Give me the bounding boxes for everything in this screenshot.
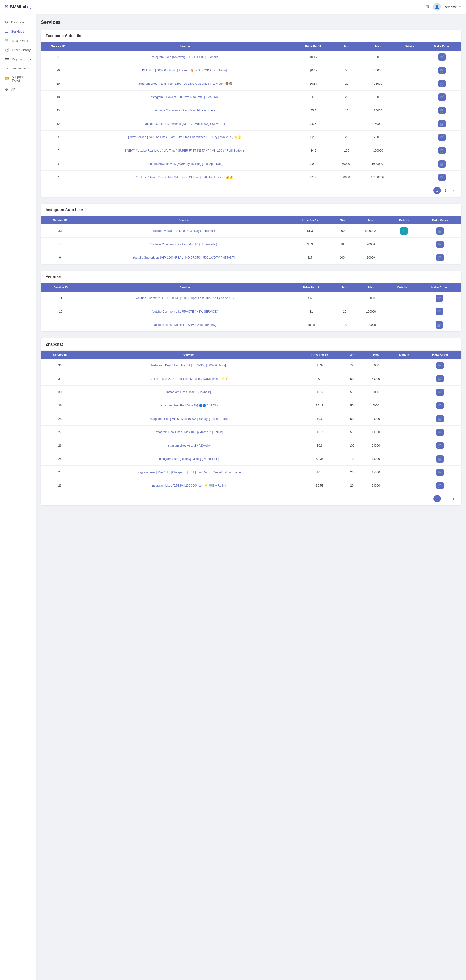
cell-min: 50 <box>333 64 360 77</box>
cell-service-name: Youtube Subscribers [VIP, 100% REAL] [NO… <box>80 251 288 264</box>
cell-min: 20 <box>342 479 363 492</box>
logo-s: S <box>5 4 8 10</box>
th-details-instagram: Details <box>389 216 419 224</box>
order-button[interactable]: 🛒 <box>436 402 444 409</box>
table-row: 10Youtube Comment Like UPVOTE [ NEW SERV… <box>41 305 461 318</box>
order-button[interactable]: 🛒 <box>436 362 444 369</box>
cell-max: 30000 <box>360 64 396 77</box>
page-btn-next-znapchat[interactable]: › <box>450 495 457 503</box>
cell-make-order: 🛒 <box>419 412 461 426</box>
order-button[interactable]: 🛒 <box>438 147 445 154</box>
sidebar-item-dashboard[interactable]: ⊙ Dashboard <box>0 18 36 27</box>
page-btn-2-znapchat[interactable]: 2 <box>442 495 449 503</box>
table-row: 27Instagram Real Likes [ Max 10k] [2-4K/… <box>41 426 461 439</box>
th-price-facebook: Price Per 1k <box>294 42 333 51</box>
cell-service-name: Instagram Likes [ Real ] [Non Drop] [30 … <box>76 77 294 91</box>
sidebar-item-deposit[interactable]: 💳 Deposit ▾ <box>0 54 36 64</box>
order-button[interactable]: 🛒 <box>438 53 445 61</box>
order-button[interactable]: 🛒 <box>436 429 444 436</box>
cell-details <box>396 130 423 144</box>
th-max-instagram: Max <box>353 216 389 224</box>
order-button[interactable]: 🛒 <box>436 415 444 423</box>
order-button[interactable]: 🛒 <box>436 442 444 449</box>
order-button[interactable]: 🛒 <box>436 388 444 396</box>
order-button[interactable]: 🛒 <box>436 227 444 235</box>
cell-max: 100000 <box>356 318 386 332</box>
page-btn-2-facebook[interactable]: 2 <box>442 187 449 194</box>
cell-max: 50000 <box>363 479 389 492</box>
cell-price: $1 <box>289 305 334 318</box>
sidebar-item-order-history[interactable]: 🕐 Order History <box>0 45 36 54</box>
table-header-row-facebook: Service ID Service Price Per 1k Min Max … <box>41 42 461 51</box>
cell-price: $0.6 <box>298 386 342 399</box>
expand-icon[interactable]: ⊞ <box>425 4 429 10</box>
table-header-row-instagram: Service ID Service Price Per 1k Min Max … <box>41 216 461 224</box>
sidebar-item-mass-order[interactable]: 🛒 Mass Order <box>0 36 36 45</box>
table-youtube: Service ID Service Price Per 1k Min Max … <box>41 283 461 331</box>
order-button[interactable]: 🛒 <box>438 120 445 127</box>
order-button[interactable]: 🛒 <box>436 482 444 489</box>
cell-details <box>396 77 423 91</box>
order-button[interactable]: 🛒 <box>436 321 443 329</box>
cell-service-name: Instagram Likes Real [Max 5k] 🔵🔵 0.135$/… <box>79 399 298 412</box>
page-btn-next-facebook[interactable]: › <box>450 187 457 194</box>
cell-service-name: Instagram Likes [ 1k/day] [Mixed] [ No R… <box>79 452 298 466</box>
order-button[interactable]: 🛒 <box>438 67 445 74</box>
cell-price: $1.3 <box>288 224 332 238</box>
cell-min: 500000 <box>333 158 360 171</box>
cell-service-id: 33 <box>41 224 80 238</box>
order-button[interactable]: 🛒 <box>436 375 444 382</box>
section-header-instagram: Instagram Auto Like <box>41 204 461 216</box>
order-button[interactable]: 🛒 <box>436 294 443 302</box>
sidebar-label-services: Services <box>11 30 24 33</box>
cell-details <box>389 386 419 399</box>
order-button[interactable]: 🛒 <box>438 160 445 167</box>
cell-details <box>396 51 423 64</box>
cell-min: 20 <box>342 466 363 479</box>
user-info[interactable]: 👤 username ▼ <box>433 3 461 11</box>
sidebar-item-api[interactable]: ⚙ API <box>0 85 36 94</box>
cell-details <box>386 305 417 318</box>
cell-price: $0.36 <box>298 452 342 466</box>
cell-price: $0.9 <box>298 426 342 439</box>
cell-min: 10 <box>333 117 360 130</box>
logo: S SMMLab . <box>5 3 31 10</box>
cell-min: 50 <box>342 372 363 386</box>
table-row: 12Youtube Custom Comments ( Min 10 - Max… <box>41 117 461 130</box>
order-button[interactable]: 🛒 <box>438 134 445 141</box>
deposit-arrow-icon: ▾ <box>30 58 31 60</box>
order-button[interactable]: 🛒 <box>438 107 445 114</box>
cell-service-id: 32 <box>41 359 79 372</box>
cell-min: 20 <box>333 91 360 104</box>
order-button[interactable]: 🛒 <box>436 254 444 261</box>
table-row: 21Instagram Likes (No Avtar) [ HIGH DROP… <box>41 51 461 64</box>
order-button[interactable]: 🛒 <box>436 469 444 476</box>
transactions-icon: ↔ <box>5 66 9 70</box>
cell-service-id: 25 <box>41 452 79 466</box>
order-button[interactable]: 🛒 <box>438 80 445 88</box>
order-button[interactable]: 🛒 <box>436 308 443 315</box>
section-title-instagram: Instagram Auto Like <box>46 208 83 212</box>
sidebar-item-support-ticket[interactable]: 🎫 Support Ticket <box>0 73 36 85</box>
sidebar-item-services[interactable]: ☰ Services <box>0 27 36 36</box>
order-button[interactable]: 🛒 <box>436 241 444 248</box>
cell-max: 10000000 <box>360 158 396 171</box>
order-button[interactable]: 🛒 <box>438 94 445 101</box>
cell-service-name: Youtube Adword Views [ Min 1M - Finish 2… <box>76 171 294 184</box>
cell-price: $4.5 <box>294 144 333 158</box>
cell-max: 20000 <box>353 238 389 251</box>
th-max-youtube: Max <box>356 283 386 292</box>
table-instagram: Service ID Service Price Per 1k Min Max … <box>41 216 461 264</box>
page-btn-1-znapchat[interactable]: 1 <box>434 495 441 503</box>
cell-max: 10000 <box>363 452 389 466</box>
dashboard-icon: ⊙ <box>5 20 9 24</box>
cell-service-id: 28 <box>41 412 79 426</box>
page-btn-1-facebook[interactable]: 1 <box>434 187 441 194</box>
info-button[interactable]: ℹ <box>400 227 407 235</box>
avatar: 👤 <box>433 3 441 11</box>
th-make-order-youtube: Make Order <box>417 283 461 292</box>
order-button[interactable]: 🛒 <box>438 173 445 181</box>
order-button[interactable]: 🛒 <box>436 455 444 463</box>
sidebar-item-transactions[interactable]: ↔ Transactions <box>0 64 36 73</box>
table-znapchat: Service ID Service Price Per 1k Min Max … <box>41 351 461 492</box>
